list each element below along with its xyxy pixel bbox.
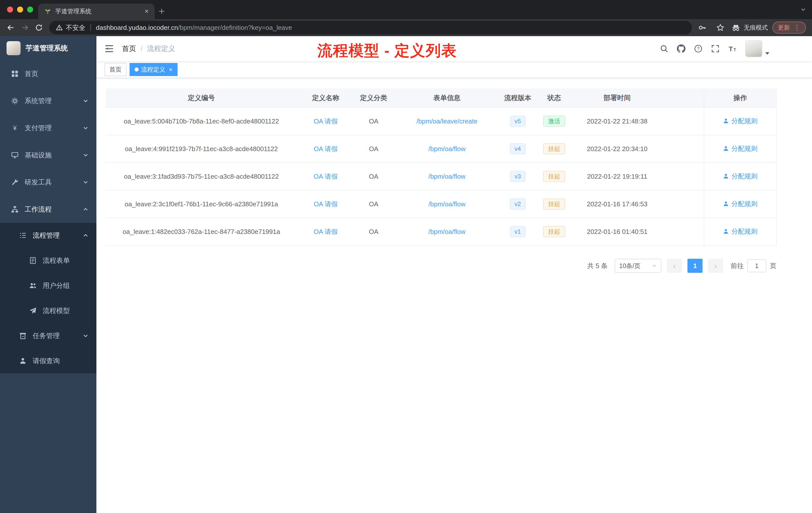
task-icon [19, 332, 27, 339]
chevron-up-icon [83, 207, 88, 212]
page-number-1[interactable]: 1 [688, 259, 702, 273]
definition-name-link[interactable]: OA 请假 [314, 145, 338, 153]
close-window-button[interactable] [7, 6, 13, 12]
tab-title: 芋道管理系统 [55, 7, 139, 15]
sidebar-item[interactable]: 任务管理 [0, 323, 96, 349]
assign-rule-link[interactable]: 分配规则 [723, 227, 757, 236]
help-icon[interactable]: ? [694, 44, 702, 53]
zoom-window-button[interactable] [27, 6, 33, 12]
sidebar-item[interactable]: 流程管理 [0, 223, 96, 248]
table-header-cell: 流程版本 [501, 88, 534, 108]
sidebar-item[interactable]: 流程表单 [0, 248, 96, 273]
github-icon[interactable] [677, 44, 686, 53]
assign-rule-link[interactable]: 分配规则 [723, 172, 757, 181]
brand-logo [6, 41, 21, 55]
sidebar-item[interactable]: 流程模型 [0, 298, 96, 323]
fullscreen-icon[interactable] [711, 44, 720, 53]
assign-rule-link[interactable]: 分配规则 [723, 144, 757, 153]
cell-deploy-time: 2022-01-16 17:46:53 [574, 190, 660, 218]
update-label: 更新 [778, 24, 790, 32]
sidebar-item[interactable]: 工作流程 [0, 196, 96, 223]
tab-close-icon[interactable]: × [143, 7, 151, 15]
cell-category: OA [354, 135, 393, 163]
tag-active-dot [135, 67, 139, 71]
sidebar-item[interactable]: 请假查询 [0, 349, 96, 373]
address-bar[interactable]: 不安全 dashboard.yudao.iocoder.cn/bpm/manag… [49, 21, 692, 34]
menu-label: 基础设施 [25, 151, 83, 160]
prev-page-button[interactable]: ‹ [667, 259, 682, 273]
assign-rule-label: 分配规则 [731, 172, 757, 181]
cell-deploy-time: 2022-01-22 20:34:10 [574, 135, 660, 163]
user-menu[interactable] [745, 40, 770, 57]
breadcrumb-current: 流程定义 [147, 44, 175, 54]
definition-name-link[interactable]: OA 请假 [314, 173, 338, 180]
form-link[interactable]: /bpm/oa/flow [428, 200, 465, 208]
page-size-value: 10条/页 [619, 262, 640, 270]
form-link[interactable]: /bpm/oa/flow [428, 145, 465, 153]
process-icon [19, 232, 27, 239]
sidebar-item[interactable]: 研发工具 [0, 169, 96, 196]
update-button[interactable]: 更新 ⋮ [772, 22, 806, 34]
menu-label: 用户分组 [43, 281, 96, 290]
goto-page-input[interactable] [747, 259, 766, 272]
svg-text:¥: ¥ [13, 124, 17, 131]
breadcrumb-home[interactable]: 首页 [122, 44, 136, 54]
table-header-cell: 状态 [534, 88, 574, 108]
forward-button[interactable] [18, 21, 32, 34]
select-caret-icon [652, 263, 657, 268]
reload-button[interactable] [32, 21, 46, 34]
security-chip[interactable]: 不安全 [56, 23, 85, 32]
new-tab-button[interactable] [155, 3, 169, 19]
cell-spacer [660, 163, 704, 190]
sidebar-item[interactable]: 系统管理 [0, 87, 96, 115]
browser-tab[interactable]: 芋道管理系统 × [38, 3, 155, 19]
assign-rule-link[interactable]: 分配规则 [723, 200, 757, 208]
form-link[interactable]: /bpm/oa/flow [428, 228, 465, 235]
menu-label: 任务管理 [33, 331, 83, 340]
cell-definition-name: OA 请假 [297, 190, 354, 218]
search-icon[interactable] [660, 44, 668, 53]
status-badge: 挂起 [543, 199, 565, 210]
tab-search-chevron-icon[interactable] [801, 0, 806, 19]
definition-name-link[interactable]: OA 请假 [314, 117, 338, 125]
hamburger-button[interactable] [105, 44, 114, 54]
cell-form-info: /bpm/oa/flow [393, 135, 501, 163]
form-link[interactable]: /bpm/oa/flow [428, 173, 465, 180]
table-header-cell: 部署时间 [574, 88, 660, 108]
font-size-icon[interactable]: TT [728, 44, 737, 53]
browser-window: 芋道管理系统 × 不安全 dashboard.yudao.iocoder.cn/… [0, 0, 812, 513]
sidebar-item[interactable]: 用户分组 [0, 273, 96, 298]
tag-active[interactable]: 流程定义 × [129, 63, 177, 76]
key-icon[interactable] [696, 21, 709, 34]
tag-home[interactable]: 首页 [105, 63, 126, 76]
tool-icon [11, 178, 19, 186]
next-page-button[interactable]: › [708, 259, 723, 273]
status-badge: 激活 [543, 116, 565, 127]
tab-favicon-icon [44, 8, 51, 15]
table-header-cell: 定义名称 [297, 88, 354, 108]
tag-close-icon[interactable]: × [169, 66, 173, 73]
form-link[interactable]: /bpm/oa/leave/create [416, 117, 477, 125]
definition-name-link[interactable]: OA 请假 [314, 200, 338, 208]
svg-text:T: T [729, 45, 733, 53]
user-icon [723, 146, 729, 152]
user-avatar[interactable] [745, 40, 762, 57]
page-size-select[interactable]: 10条/页 [615, 259, 661, 273]
back-button[interactable] [4, 21, 18, 34]
cell-definition-id: oa_leave:1:482ec033-762a-11ec-8477-a2380… [106, 218, 297, 245]
cell-status: 挂起 [534, 163, 574, 190]
minimize-window-button[interactable] [17, 6, 23, 12]
bookmark-star-icon[interactable] [714, 21, 727, 34]
goto-page: 前往 页 [731, 259, 776, 272]
assign-rule-link[interactable]: 分配规则 [723, 117, 757, 125]
cell-action: 分配规则 [704, 218, 776, 245]
browser-menu-icon[interactable]: ⋮ [793, 24, 801, 31]
annotation-text: 流程模型 - 定义列表 [317, 41, 457, 61]
assign-rule-label: 分配规则 [731, 117, 757, 125]
sidebar-item[interactable]: 基础设施 [0, 142, 96, 169]
cell-action: 分配规则 [704, 108, 776, 135]
form-icon [29, 257, 37, 264]
definition-name-link[interactable]: OA 请假 [314, 228, 338, 235]
sidebar-item[interactable]: ¥ 支付管理 [0, 115, 96, 142]
sidebar-item[interactable]: 首页 [0, 60, 96, 87]
